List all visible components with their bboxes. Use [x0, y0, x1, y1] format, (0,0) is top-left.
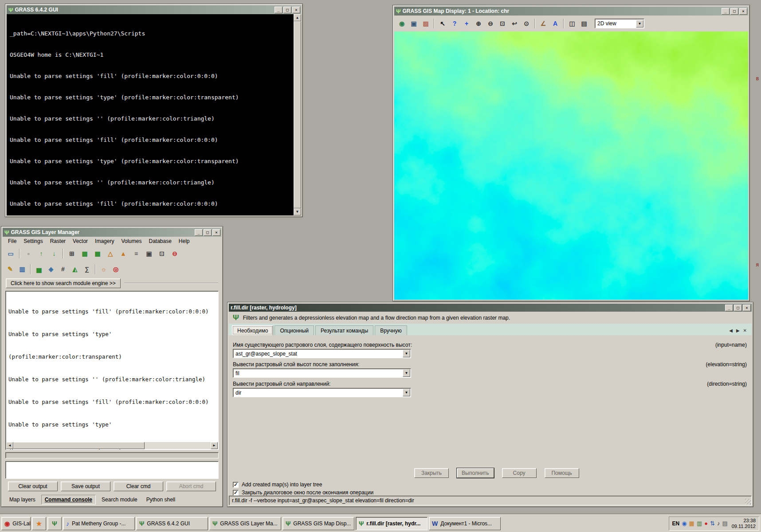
taskbar-button-rfilldir[interactable]: Ψ r.fill.dir [raster, hydr... — [356, 517, 428, 530]
update-icon[interactable]: ◉ — [682, 520, 686, 526]
help-icon[interactable]: ◎ — [110, 263, 122, 275]
tab-close-icon[interactable]: ✕ — [743, 328, 747, 333]
keyboard-icon[interactable]: ▤ — [722, 520, 727, 526]
language-indicator[interactable]: EN — [672, 520, 680, 527]
close-button[interactable]: ✕ — [212, 229, 220, 236]
menu-file[interactable]: File — [4, 237, 20, 245]
taskbar-button-map-display[interactable]: Ψ GRASS GIS Map Disp... — [282, 517, 354, 530]
map-canvas[interactable] — [394, 31, 748, 300]
tab-next-icon[interactable]: ▶ — [736, 328, 740, 333]
add-vector-layer-icon[interactable]: △ — [104, 247, 117, 260]
scroll-right-icon[interactable]: ▶ — [211, 442, 218, 449]
measure-icon[interactable]: ∠ — [537, 18, 549, 29]
close-dialog-button[interactable]: Закрыть — [414, 468, 449, 478]
menu-raster[interactable]: Raster — [47, 237, 69, 245]
dropdown-arrow-icon[interactable]: ▼ — [403, 369, 410, 377]
save-display-icon[interactable]: ▣ — [408, 18, 420, 29]
clear-output-button[interactable]: Clear output — [8, 481, 58, 491]
minimize-button[interactable]: _ — [722, 8, 730, 15]
scroll-thumb[interactable] — [294, 21, 301, 208]
attribute-table-icon[interactable]: ▥ — [16, 263, 28, 275]
new-workspace-icon[interactable]: ▫ — [22, 247, 35, 260]
dropdown-arrow-icon[interactable]: ▼ — [403, 389, 410, 396]
alert-icon[interactable]: ● — [704, 520, 708, 526]
command-console-output[interactable]: Unable to parse settings 'fill' (profile… — [5, 291, 219, 450]
save-output-button[interactable]: Save output — [61, 481, 110, 491]
tab-python-shell[interactable]: Python shell — [143, 495, 178, 504]
tab-command-output[interactable]: Результат команды — [315, 325, 373, 335]
zoom-options-icon[interactable]: ⊙ — [521, 18, 532, 29]
delete-layer-icon[interactable]: ⊖ — [169, 247, 181, 260]
resize-grip[interactable] — [745, 499, 751, 505]
open-workspace-icon[interactable]: ↑ — [35, 247, 47, 260]
scroll-left-icon[interactable]: ◀ — [6, 442, 13, 449]
add-grid-overlay-icon[interactable]: ⊡ — [156, 247, 168, 260]
menu-settings[interactable]: Settings — [20, 237, 46, 245]
layer-manager-titlebar[interactable]: Ψ GRASS GIS Layer Manager _ □ ✕ — [3, 228, 221, 237]
tab-manual[interactable]: Вручную — [375, 325, 407, 335]
horizontal-scrollbar[interactable]: ◀ ▶ — [6, 442, 218, 449]
add-vector-overlays-icon[interactable]: ▲ — [117, 247, 129, 260]
histogram-icon[interactable]: ▅ — [33, 263, 45, 275]
tab-required[interactable]: Необходимо — [232, 325, 273, 335]
nviz-3d-view-icon[interactable]: ◭ — [69, 263, 81, 275]
add-multiple-layers-icon[interactable]: ⊞ — [66, 247, 78, 260]
menu-vector[interactable]: Vector — [69, 237, 91, 245]
digitize-icon[interactable]: ✎ — [4, 263, 16, 275]
clock[interactable]: 23:38 09.11.2012 — [730, 518, 756, 529]
input-raster-combobox[interactable]: ast_gr@aspec_slope_stat ▼ — [233, 349, 411, 358]
taskbar-button-grass-gui[interactable]: Ψ GRASS 6.4.2 GUI — [136, 517, 208, 530]
new-map-display-icon[interactable]: ▭ — [4, 247, 17, 260]
zoom-out-icon[interactable]: ⊖ — [485, 18, 496, 29]
vertical-scrollbar[interactable]: ▲ ▼ — [294, 14, 301, 215]
chart-icon[interactable]: ▥ — [697, 520, 702, 526]
run-button[interactable]: Выполнить — [457, 468, 494, 478]
dialog-titlebar[interactable]: r.fill.dir [raster, hydrology] _ □ ✕ — [229, 304, 752, 312]
save-display-file-icon[interactable]: ◫ — [566, 18, 578, 29]
add-raster-layer-icon[interactable]: ▦ — [78, 247, 91, 260]
minimize-button[interactable]: _ — [195, 229, 203, 236]
tab-search-module[interactable]: Search module — [98, 495, 141, 504]
zoom-in-icon[interactable]: ⊕ — [473, 18, 484, 29]
pan-icon[interactable]: + — [461, 18, 472, 29]
network-icon[interactable]: ⇅ — [710, 520, 715, 526]
close-button[interactable]: ✕ — [743, 305, 751, 311]
settings-gear-icon[interactable]: ☼ — [98, 263, 110, 275]
tab-map-layers[interactable]: Map layers — [6, 495, 39, 504]
clear-cmd-button[interactable]: Clear cmd — [114, 481, 163, 491]
taskbar-button-app-green[interactable]: Ψ — [47, 517, 62, 530]
zoom-extent-icon[interactable]: ⊡ — [497, 18, 508, 29]
add-overlay-icon[interactable]: A — [549, 18, 561, 29]
copy-button[interactable]: Copy — [502, 468, 537, 478]
query-icon[interactable]: ? — [449, 18, 460, 29]
command-input[interactable] — [5, 461, 219, 479]
menu-database[interactable]: Database — [145, 237, 175, 245]
add-group-icon[interactable]: ▣ — [143, 247, 155, 260]
close-dialog-checkbox[interactable]: ✓ — [233, 490, 239, 496]
maximize-button[interactable]: □ — [730, 8, 738, 15]
taskbar-button-gis-lab[interactable]: ◉ GIS-Lab.inf... — [1, 517, 31, 530]
minimize-button[interactable]: _ — [275, 7, 282, 13]
map-titlebar[interactable]: Ψ GRASS GIS Map Display: 1 - Location: c… — [394, 7, 748, 16]
taskbar-button-word-document[interactable]: W Документ1 - Micros... — [429, 517, 501, 530]
direction-output-combobox[interactable]: dir ▼ — [233, 388, 411, 397]
help-button[interactable]: Помощь — [545, 468, 579, 478]
zoom-back-icon[interactable]: ↩ — [509, 18, 520, 29]
tab-prev-icon[interactable]: ◀ — [729, 328, 733, 333]
close-button[interactable]: ✕ — [739, 8, 747, 15]
console-titlebar[interactable]: Ψ GRASS 6.4.2 GUI _ □ ✕ — [7, 5, 301, 14]
elevation-output-combobox[interactable]: fil ▼ — [233, 368, 411, 378]
maximize-button[interactable]: □ — [283, 7, 291, 13]
console-output[interactable]: _path=C:\NEXTGI~1\apps\Python27\Scripts … — [7, 14, 301, 215]
app-orange-icon[interactable]: ▦ — [689, 520, 694, 526]
pointer-icon[interactable]: ↖ — [437, 18, 448, 29]
print-display-icon[interactable]: ▤ — [578, 18, 590, 29]
minimize-button[interactable]: _ — [725, 305, 733, 311]
maximize-button[interactable]: □ — [734, 305, 742, 311]
render-display-icon[interactable]: ◉ — [396, 18, 408, 29]
tab-command-console[interactable]: Command console — [41, 495, 96, 505]
georectify-icon[interactable]: # — [57, 263, 69, 275]
scroll-down-icon[interactable]: ▼ — [294, 208, 301, 215]
menu-imagery[interactable]: Imagery — [91, 237, 118, 245]
save-workspace-icon[interactable]: ↓ — [48, 247, 60, 260]
